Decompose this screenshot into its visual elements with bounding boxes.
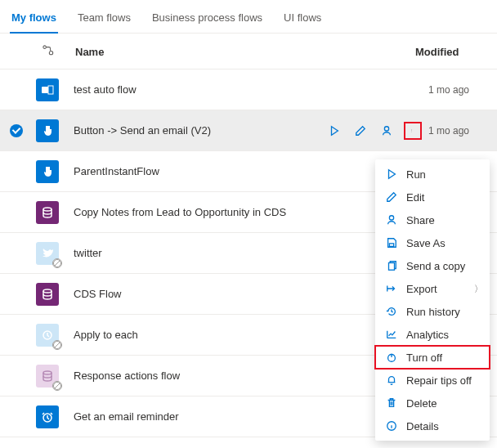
svg-point-13	[389, 216, 393, 220]
chevron-right-icon: 〉	[474, 283, 483, 295]
export-icon	[385, 282, 398, 295]
svg-point-11	[43, 371, 51, 374]
analytics-icon	[385, 328, 398, 341]
copy-icon	[385, 259, 398, 272]
row-checkbox[interactable]	[10, 410, 23, 423]
tab-my-flows[interactable]: My flows	[10, 7, 58, 34]
menu-label: Send a copy	[406, 260, 465, 272]
menu-edit[interactable]: Edit	[375, 186, 490, 208]
row-checkbox[interactable]	[10, 165, 23, 178]
menu-label: Details	[406, 420, 439, 432]
row-checkbox[interactable]	[10, 329, 23, 342]
outlook-icon	[36, 78, 59, 101]
header-modified[interactable]: Modified	[415, 46, 487, 58]
svg-rect-15	[389, 263, 395, 271]
tab-bpf[interactable]: Business process flows	[150, 7, 264, 33]
menu-save-as[interactable]: Save As	[375, 231, 490, 254]
menu-label: Edit	[406, 191, 424, 204]
svg-rect-3	[48, 86, 53, 94]
menu-label: Repair tips off	[406, 374, 472, 387]
tab-team-flows[interactable]: Team flows	[76, 7, 132, 33]
power-icon	[385, 351, 398, 364]
cds-icon-disabled	[36, 365, 59, 388]
header-name[interactable]: Name	[75, 46, 415, 58]
delete-icon	[385, 396, 398, 410]
disabled-badge-icon	[52, 258, 62, 268]
disabled-badge-icon	[52, 381, 62, 391]
twitter-icon	[36, 242, 59, 265]
svg-point-5	[411, 129, 412, 130]
flow-row-selected[interactable]: Button -> Send an email (V2) 1 mo ago	[0, 110, 497, 151]
menu-repair-tips[interactable]: Repair tips off	[375, 369, 490, 392]
tab-ui-flows[interactable]: UI flows	[282, 7, 323, 33]
svg-point-6	[411, 130, 412, 131]
menu-label: Save As	[406, 237, 446, 249]
edit-icon	[385, 190, 398, 204]
edit-icon[interactable]	[351, 122, 369, 140]
history-icon	[385, 305, 398, 318]
modified-text: 1 mo ago	[428, 125, 487, 137]
info-icon	[385, 419, 398, 432]
svg-point-0	[43, 46, 47, 49]
more-button[interactable]	[404, 122, 422, 140]
menu-run[interactable]: Run	[375, 163, 490, 186]
flow-name[interactable]: Button -> Send an email (V2)	[74, 124, 325, 137]
context-menu: Run Edit Share Save As Send a copy Expor…	[375, 159, 490, 437]
flow-row[interactable]: test auto flow 1 mo ago	[0, 69, 497, 110]
button-icon	[36, 119, 59, 142]
cds-icon	[36, 283, 59, 306]
cds-icon	[36, 201, 59, 224]
row-checkbox-checked[interactable]	[10, 124, 23, 137]
menu-send-copy[interactable]: Send a copy	[375, 254, 490, 277]
menu-label: Export	[406, 283, 437, 295]
svg-point-8	[43, 208, 51, 211]
menu-analytics[interactable]: Analytics	[375, 323, 490, 346]
menu-details[interactable]: Details	[375, 414, 490, 437]
svg-point-1	[49, 51, 52, 54]
list-header: Name Modified	[0, 34, 497, 69]
menu-label: Run	[406, 168, 426, 181]
modified-text: 1 mo ago	[428, 84, 487, 96]
menu-turn-off[interactable]: Turn off	[375, 346, 490, 369]
svg-rect-14	[389, 244, 393, 247]
row-checkbox[interactable]	[10, 288, 23, 301]
menu-delete[interactable]: Delete	[375, 392, 490, 414]
svg-point-4	[384, 126, 388, 130]
row-checkbox[interactable]	[10, 370, 23, 383]
clock-icon	[36, 324, 59, 347]
menu-label: Share	[406, 214, 435, 226]
clock-icon	[36, 405, 59, 428]
svg-rect-2	[42, 87, 48, 93]
share-icon[interactable]	[378, 122, 396, 140]
menu-share[interactable]: Share	[375, 208, 490, 231]
menu-label: Run history	[406, 306, 460, 318]
menu-export[interactable]: Export 〉	[375, 277, 490, 300]
run-icon[interactable]	[325, 122, 343, 140]
menu-label: Turn off	[406, 352, 442, 364]
menu-run-history[interactable]: Run history	[375, 300, 490, 323]
save-icon	[385, 236, 398, 249]
tabs-bar: My flows Team flows Business process flo…	[0, 0, 497, 34]
row-actions	[325, 122, 422, 140]
row-checkbox[interactable]	[10, 83, 23, 96]
button-icon	[36, 160, 59, 183]
share-icon	[385, 213, 398, 226]
run-icon	[385, 168, 398, 181]
svg-point-7	[411, 131, 412, 132]
disabled-badge-icon	[52, 340, 62, 350]
bell-icon	[385, 374, 398, 387]
flow-name[interactable]: test auto flow	[74, 83, 428, 96]
svg-point-9	[43, 289, 51, 293]
row-checkbox[interactable]	[10, 206, 23, 219]
menu-label: Analytics	[406, 329, 449, 341]
row-checkbox[interactable]	[10, 247, 23, 260]
menu-label: Delete	[406, 397, 437, 410]
header-type-icon	[36, 45, 60, 59]
